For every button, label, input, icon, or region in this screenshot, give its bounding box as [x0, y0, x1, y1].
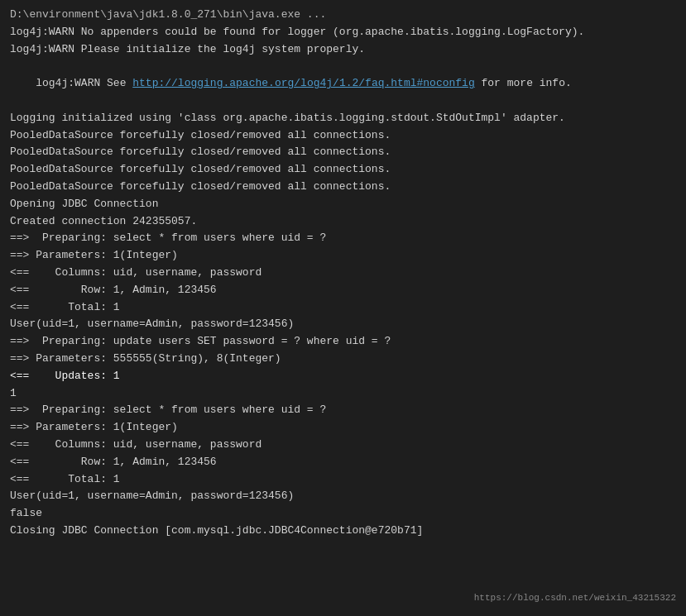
line-21: 1 — [10, 385, 676, 403]
line-1: D:\environment\java\jdk1.8.0_271\bin\jav… — [10, 7, 676, 24]
line-9: PooledDataSource forcefully closed/remov… — [10, 179, 676, 196]
line-14: <== Columns: uid, username, password — [10, 265, 676, 282]
line-15: <== Row: 1, Admin, 123456 — [10, 282, 676, 299]
line-7: PooledDataSource forcefully closed/remov… — [10, 144, 676, 161]
line-28: false — [10, 505, 676, 523]
line-24: <== Columns: uid, username, password — [10, 437, 676, 454]
line-16: <== Total: 1 — [10, 299, 676, 317]
line-27: User(uid=1, username=Admin, password=123… — [10, 488, 676, 505]
line-19: ==> Parameters: 555555(String), 8(Intege… — [10, 351, 676, 368]
blank-line — [10, 540, 676, 557]
line-4-pre: log4j:WARN See — [36, 77, 132, 89]
console-container: D:\environment\java\jdk1.8.0_271\bin\jav… — [0, 0, 686, 616]
line-4: log4j:WARN See http://logging.apache.org… — [10, 58, 676, 109]
line-5: Logging initialized using 'class org.apa… — [10, 110, 676, 127]
line-3: log4j:WARN Please initialize the log4j s… — [10, 41, 676, 59]
line-11: Created connection 242355057. — [10, 213, 676, 231]
line-22: ==> Preparing: select * from users where… — [10, 402, 676, 419]
line-29: Closing JDBC Connection [com.mysql.jdbc.… — [10, 523, 676, 540]
log4j-link[interactable]: http://logging.apache.org/log4j/1.2/faq.… — [132, 77, 474, 89]
line-20: <== Updates: 1 — [10, 368, 676, 385]
line-23: ==> Parameters: 1(Integer) — [10, 419, 676, 437]
line-26: <== Total: 1 — [10, 471, 676, 489]
line-4-post: for more info. — [475, 77, 572, 89]
line-17: User(uid=1, username=Admin, password=123… — [10, 316, 676, 333]
line-25: <== Row: 1, Admin, 123456 — [10, 454, 676, 471]
line-13: ==> Parameters: 1(Integer) — [10, 247, 676, 265]
watermark: https://blog.csdn.net/weixin_43215322 — [474, 591, 676, 606]
line-8: PooledDataSource forcefully closed/remov… — [10, 161, 676, 179]
line-2: log4j:WARN No appenders could be found f… — [10, 24, 676, 41]
line-18: ==> Preparing: update users SET password… — [10, 333, 676, 351]
line-6: PooledDataSource forcefully closed/remov… — [10, 127, 676, 145]
line-12: ==> Preparing: select * from users where… — [10, 230, 676, 247]
line-10: Opening JDBC Connection — [10, 196, 676, 213]
